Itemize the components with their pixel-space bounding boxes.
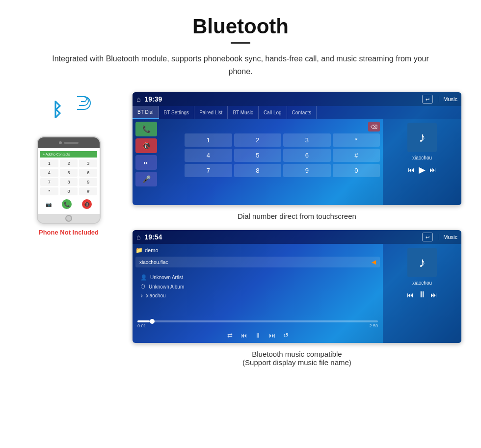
screen2-folder-row: 📁 demo xyxy=(135,247,380,254)
backspace-row: ⌫ xyxy=(185,122,380,132)
screen2-artist-row: 👤 Unknown Artist xyxy=(140,274,375,281)
screen1-home-icon[interactable]: ⌂ xyxy=(136,95,140,103)
phone-key-star[interactable]: * xyxy=(40,187,58,195)
screen1-call-button[interactable]: 📞 xyxy=(135,122,157,136)
screen2-caption-line2: (Support display music file name) xyxy=(133,358,461,367)
phone-hangup-button[interactable]: 📵 xyxy=(82,199,92,209)
phone-header-bar: + Add to Contacts xyxy=(40,151,97,158)
screen2-song: xiaochou xyxy=(146,293,166,298)
screen1-top-bar: ⌂ 19:39 ↩ Music xyxy=(133,92,461,106)
numpad-key-star[interactable]: * xyxy=(333,133,380,147)
screen1-tab-bar: BT Dial BT Settings Paired List BT Music… xyxy=(133,106,461,119)
numpad-key-0[interactable]: 0 xyxy=(333,164,380,177)
phone-key-9[interactable]: 9 xyxy=(79,178,97,186)
numpad-key-hash[interactable]: # xyxy=(333,149,380,162)
numpad-key-7[interactable]: 7 xyxy=(185,164,232,177)
screen1-forward-button[interactable]: ⏭ xyxy=(135,155,157,170)
phone-key-3[interactable]: 3 xyxy=(79,159,97,167)
phone-key-6[interactable]: 6 xyxy=(79,169,97,177)
signal-waves-icon xyxy=(81,96,91,112)
phone-key-2[interactable]: 2 xyxy=(60,159,78,167)
screen2-music-controls: ⏮ ⏸ ⏭ xyxy=(407,290,437,300)
screen2-next2-button[interactable]: ⏭ xyxy=(269,332,275,339)
numpad-grid: 1 2 3 * 4 5 6 # 7 8 9 0 xyxy=(185,133,380,177)
title-divider xyxy=(231,42,250,44)
phone-key-7[interactable]: 7 xyxy=(40,178,58,186)
content-section: ᛒ + Add to Contacts 1 xyxy=(20,92,461,367)
phone-call-button[interactable]: 📞 xyxy=(62,199,72,209)
numpad-key-3[interactable]: 3 xyxy=(283,133,331,147)
phone-video-icon[interactable]: 📷 xyxy=(46,202,52,207)
tab-bt-music[interactable]: BT Music xyxy=(228,106,259,119)
page-wrapper: Bluetooth Integrated with Bluetooth modu… xyxy=(0,0,481,396)
screen1-mic-button[interactable]: 🎤 xyxy=(135,172,157,186)
numpad-key-9[interactable]: 9 xyxy=(283,164,331,177)
screen2-pause-button[interactable]: ⏸ xyxy=(418,290,427,300)
phone-bottom-bar xyxy=(38,214,100,223)
phone-home-button[interactable] xyxy=(65,215,72,222)
tab-bt-dial[interactable]: BT Dial xyxy=(133,106,159,119)
screen2-next-button[interactable]: ⏭ xyxy=(430,291,437,299)
screen1-numpad: ⌫ 1 2 3 * 4 5 6 # 7 8 xyxy=(182,119,383,205)
numpad-key-5[interactable]: 5 xyxy=(234,149,282,162)
screen2-pause2-button[interactable]: ⏸ xyxy=(255,332,261,339)
phone-top-bar xyxy=(38,137,100,148)
screen1-caption: Dial number direct from touchscreen xyxy=(133,212,461,220)
phone-camera xyxy=(59,141,62,144)
screen2-file-arrow: ◀ xyxy=(372,259,376,265)
screen2-top-bar: ⌂ 19:54 ↩ Music xyxy=(133,230,461,244)
phone-screen: + Add to Contacts 1 2 3 4 5 6 7 8 9 * 0 xyxy=(38,148,100,214)
phone-key-hash[interactable]: # xyxy=(79,187,97,195)
backspace-button[interactable]: ⌫ xyxy=(368,122,380,132)
screen2-caption-line1: Bluetooth music compatible xyxy=(133,350,461,358)
screen2-home-icon[interactable]: ⌂ xyxy=(136,233,140,241)
screen2-prev2-button[interactable]: ⏮ xyxy=(240,332,247,339)
car-screen-2: ⌂ 19:54 ↩ Music 📁 demo xiaochou.flac xyxy=(133,230,461,343)
screen1-next-button[interactable]: ⏭ xyxy=(429,166,436,174)
screen1-music-label: Music xyxy=(439,96,457,102)
screens-side: ⌂ 19:39 ↩ Music BT Dial BT Settings Pair… xyxy=(133,92,461,367)
tab-contacts[interactable]: Contacts xyxy=(287,106,317,119)
screen1-prev-button[interactable]: ⏮ xyxy=(408,166,415,174)
screen1-album-art: ♪ xyxy=(407,123,437,152)
numpad-key-4[interactable]: 4 xyxy=(185,149,232,162)
screen1-hangup-button[interactable]: 📵 xyxy=(135,138,157,153)
phone-key-4[interactable]: 4 xyxy=(40,169,58,177)
screen2-time: 19:54 xyxy=(144,233,162,241)
phone-key-0[interactable]: 0 xyxy=(60,187,78,195)
screen2-progress-wrap: 0:01 2:59 xyxy=(133,320,383,328)
phone-not-included-label: Phone Not Included xyxy=(39,229,99,236)
tab-paired-list[interactable]: Paired List xyxy=(194,106,228,119)
tab-bt-settings[interactable]: BT Settings xyxy=(159,106,195,119)
tab-call-log[interactable]: Call Log xyxy=(259,106,287,119)
numpad-key-8[interactable]: 8 xyxy=(234,164,282,177)
phone-key-8[interactable]: 8 xyxy=(60,178,78,186)
screen1-back-button[interactable]: ↩ xyxy=(422,95,433,104)
screen2-file-item[interactable]: xiaochou.flac ◀ xyxy=(135,257,380,267)
phone-key-1[interactable]: 1 xyxy=(40,159,58,167)
screen2-progress-bar-bg[interactable] xyxy=(137,320,378,322)
phone-speaker xyxy=(64,142,79,144)
page-title: Bluetooth xyxy=(20,15,461,38)
song-icon: ♪ xyxy=(140,292,143,298)
screen2-track-info: 👤 Unknown Artist ⏱ Unknown Album ♪ xiaoc… xyxy=(135,270,380,302)
bluetooth-icon-wrap: ᛒ xyxy=(47,92,91,132)
phone-action-row: 📷 📞 📵 xyxy=(40,197,97,211)
screen2-repeat-button[interactable]: ↺ xyxy=(283,332,289,339)
screen2-prev-button[interactable]: ⏮ xyxy=(407,291,414,299)
numpad-key-6[interactable]: 6 xyxy=(283,149,331,162)
screen2-time-start: 0:01 xyxy=(137,323,146,328)
screen2-back-button[interactable]: ↩ xyxy=(422,233,433,241)
screen2-shuffle-button[interactable]: ⇄ xyxy=(227,332,233,339)
screen2-track-name: xiaochou xyxy=(412,280,432,286)
screen2-folder-name: demo xyxy=(145,247,159,253)
numpad-key-1[interactable]: 1 xyxy=(185,133,232,147)
screen1-play-button[interactable]: ▶ xyxy=(419,164,426,175)
screen2-progress-dot xyxy=(150,319,155,324)
screen1-time: 19:39 xyxy=(144,95,162,103)
page-subtitle: Integrated with Bluetooth module, suppor… xyxy=(44,53,437,78)
screen2-music-panel: ♪ xiaochou ⏮ ⏸ ⏭ xyxy=(383,244,461,343)
numpad-key-2[interactable]: 2 xyxy=(234,133,282,147)
phone-key-5[interactable]: 5 xyxy=(60,169,78,177)
phone-side: ᛒ + Add to Contacts 1 xyxy=(20,92,118,236)
